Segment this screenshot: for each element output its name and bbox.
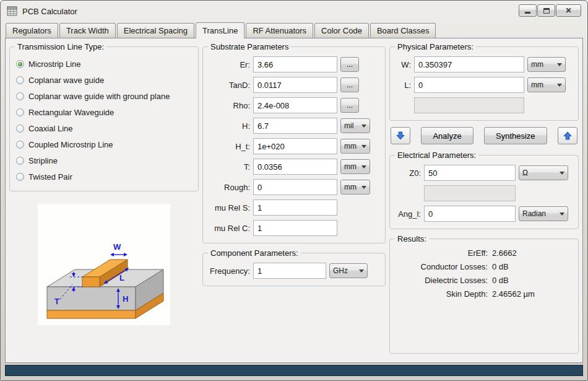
dielectric-losses-label: Dielectric Losses: (395, 276, 488, 285)
tand-input[interactable] (253, 77, 337, 93)
tab-track-width[interactable]: Track Width (59, 23, 116, 38)
l-label: L: (395, 81, 411, 90)
rough-label: Rough: (208, 183, 250, 192)
radio-icon (16, 76, 24, 84)
app-icon (7, 6, 18, 17)
analyze-button[interactable]: Analyze (421, 127, 473, 144)
radio-coaxial-line[interactable]: Coaxial Line (16, 124, 192, 133)
close-button[interactable]: ✕ (556, 4, 581, 17)
rho-more-button[interactable]: ... (340, 98, 359, 113)
rough-input[interactable] (253, 179, 337, 195)
synthesize-button[interactable]: Synthesize (484, 127, 547, 144)
tab-color-code[interactable]: Color Code (314, 23, 369, 38)
chevron-down-icon (560, 172, 564, 175)
physical-extra-row (395, 97, 573, 113)
er-input[interactable] (253, 56, 337, 72)
left-column: Transmission Line Type: Microstrip Line … (9, 42, 199, 359)
minimize-button[interactable] (519, 4, 537, 17)
results-group: Results: ErEff: 2.6662 Conductor Losses:… (389, 234, 579, 354)
electrical-parameters-group: Electrical Parameters: Z0: Ω Ang_l: (389, 151, 579, 229)
angl-input[interactable] (424, 206, 516, 222)
rho-row: Rho: ... (208, 97, 380, 113)
murels-input[interactable] (253, 199, 337, 216)
rho-label: Rho: (208, 101, 250, 110)
copy-up-button[interactable] (558, 127, 577, 144)
tab-electrical-spacing[interactable]: Electrical Spacing (117, 23, 194, 38)
radio-label: Rectangular Waveguide (28, 108, 114, 117)
w-unit-select[interactable]: mm (527, 57, 566, 72)
title-bar[interactable]: PCB Calculator ✕ (5, 1, 583, 22)
maximize-button[interactable] (537, 4, 555, 17)
w-label: W: (395, 60, 411, 69)
murelc-row: mu Rel C: (208, 220, 380, 236)
l-unit-select[interactable]: mm (527, 77, 566, 92)
tand-label: TanD: (208, 81, 250, 90)
t-label: T: (208, 162, 250, 172)
rough-unit-select[interactable]: mm (340, 180, 370, 195)
h-unit-value: mil (344, 121, 353, 130)
radio-rectangular-waveguide[interactable]: Rectangular Waveguide (16, 108, 192, 117)
murelc-label: mu Rel C: (208, 224, 250, 233)
rho-input[interactable] (253, 97, 337, 113)
w-input[interactable] (414, 56, 524, 72)
h-label: H: (208, 121, 250, 131)
middle-column: Substrate Parameters Er: ... TanD: ... R… (202, 42, 386, 359)
window-title: PCB Calculator (22, 7, 77, 16)
angl-label: Ang_l: (395, 209, 421, 219)
murelc-input[interactable] (253, 220, 337, 236)
ereff-row: ErEff: 2.6662 (395, 248, 573, 258)
l-unit-value: mm (531, 81, 543, 89)
diagram-l-label: L (119, 273, 124, 282)
z0-unit-select[interactable]: Ω (519, 165, 568, 180)
l-row: L: mm (395, 77, 573, 93)
ht-input[interactable] (253, 138, 337, 154)
tab-rf-attenuators[interactable]: RF Attenuators (246, 23, 313, 38)
t-unit-select[interactable]: mm (340, 159, 370, 174)
l-input[interactable] (414, 77, 524, 93)
radio-microstrip-line[interactable]: Microstrip Line (16, 59, 192, 69)
z0-unit-value: Ω (522, 169, 528, 177)
diagram-t-label: T (54, 297, 59, 306)
conductor-losses-value: 0 dB (492, 262, 509, 271)
tab-board-classes[interactable]: Board Classes (370, 23, 436, 38)
chevron-down-icon (557, 63, 562, 66)
frequency-input[interactable] (253, 263, 326, 279)
z0-label: Z0: (395, 169, 421, 178)
radio-coupled-microstrip-line[interactable]: Coupled Microstrip Line (16, 140, 192, 149)
conductor-losses-row: Conductor Losses: 0 dB (395, 262, 573, 271)
h-unit-select[interactable]: mil (340, 118, 370, 133)
radio-icon (16, 125, 24, 133)
physical-parameters-title: Physical Parameters: (395, 42, 476, 51)
physical-extra-field (414, 97, 524, 113)
angl-unit-select[interactable]: Radian (519, 206, 568, 221)
dielectric-losses-row: Dielectric Losses: 0 dB (395, 276, 573, 285)
h-input[interactable] (253, 118, 337, 134)
w-unit-value: mm (531, 60, 543, 69)
skin-depth-row: Skin Depth: 2.46562 µm (395, 289, 573, 299)
radio-label: Twisted Pair (28, 172, 72, 182)
w-row: W: mm (395, 56, 573, 72)
angl-row: Ang_l: Radian (395, 206, 573, 222)
minimize-icon (525, 12, 530, 14)
chevron-down-icon (361, 165, 366, 169)
ht-unit-select[interactable]: mm (340, 139, 370, 154)
microstrip-diagram: W L H (38, 204, 170, 325)
t-input[interactable] (253, 159, 337, 175)
z0-input[interactable] (424, 165, 516, 181)
tab-regulators[interactable]: Regulators (6, 23, 58, 38)
frequency-unit-select[interactable]: GHz (329, 263, 368, 278)
copy-down-button[interactable] (391, 127, 410, 144)
tab-bar: Regulators Track Width Electrical Spacin… (5, 22, 583, 38)
tab-transline[interactable]: TransLine (196, 22, 244, 38)
radio-icon (16, 157, 24, 165)
radio-coplanar-wave-guide[interactable]: Coplanar wave guide (16, 76, 192, 85)
frequency-label: Frequency: (208, 266, 250, 276)
tand-more-button[interactable]: ... (340, 77, 359, 92)
dielectric-losses-value: 0 dB (492, 276, 509, 285)
er-more-button[interactable]: ... (340, 57, 359, 72)
radio-twisted-pair[interactable]: Twisted Pair (16, 172, 192, 182)
radio-coplanar-wave-guide-ground-plane[interactable]: Coplanar wave guide with ground plane (16, 92, 192, 101)
radio-stripline[interactable]: Stripline (16, 156, 192, 165)
electrical-extra-field (424, 185, 516, 201)
radio-icon (16, 173, 24, 181)
